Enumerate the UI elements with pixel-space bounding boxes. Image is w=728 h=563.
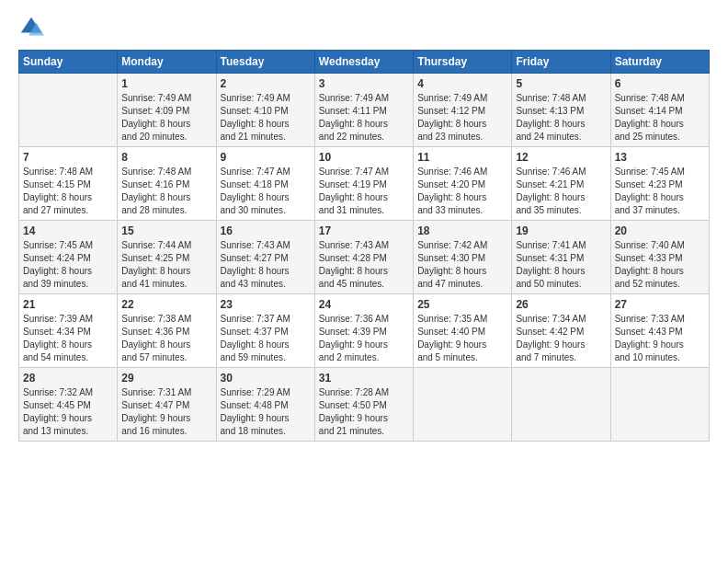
calendar-cell: 31Sunrise: 7:28 AM Sunset: 4:50 PM Dayli…: [314, 368, 413, 442]
calendar-cell: 8Sunrise: 7:48 AM Sunset: 4:16 PM Daylig…: [118, 147, 216, 221]
day-info: Sunrise: 7:39 AM Sunset: 4:34 PM Dayligh…: [23, 314, 93, 362]
day-number: 6: [615, 77, 705, 90]
day-number: 14: [23, 224, 113, 237]
day-number: 20: [615, 224, 705, 237]
day-info: Sunrise: 7:49 AM Sunset: 4:12 PM Dayligh…: [417, 93, 487, 142]
day-number: 28: [23, 372, 113, 385]
calendar-cell: 20Sunrise: 7:40 AM Sunset: 4:33 PM Dayli…: [610, 221, 709, 294]
week-row-2: 7Sunrise: 7:48 AM Sunset: 4:15 PM Daylig…: [19, 147, 710, 221]
week-row-4: 21Sunrise: 7:39 AM Sunset: 4:34 PM Dayli…: [19, 294, 710, 368]
header-day-saturday: Saturday: [610, 51, 709, 74]
day-number: 22: [121, 298, 211, 311]
calendar-cell: 22Sunrise: 7:38 AM Sunset: 4:36 PM Dayli…: [118, 294, 216, 368]
header-day-tuesday: Tuesday: [216, 51, 314, 74]
header-day-thursday: Thursday: [414, 51, 512, 74]
day-info: Sunrise: 7:40 AM Sunset: 4:33 PM Dayligh…: [615, 240, 685, 289]
calendar-cell: [610, 368, 709, 442]
day-info: Sunrise: 7:32 AM Sunset: 4:45 PM Dayligh…: [23, 387, 93, 436]
day-number: 16: [221, 224, 311, 237]
day-number: 5: [516, 77, 606, 90]
day-info: Sunrise: 7:35 AM Sunset: 4:40 PM Dayligh…: [417, 314, 487, 362]
day-info: Sunrise: 7:49 AM Sunset: 4:11 PM Dayligh…: [319, 93, 389, 142]
header-day-sunday: Sunday: [19, 51, 118, 74]
calendar-cell: 15Sunrise: 7:44 AM Sunset: 4:25 PM Dayli…: [118, 221, 216, 294]
calendar-cell: 27Sunrise: 7:33 AM Sunset: 4:43 PM Dayli…: [610, 294, 709, 368]
day-info: Sunrise: 7:46 AM Sunset: 4:20 PM Dayligh…: [417, 167, 487, 215]
calendar-cell: 12Sunrise: 7:46 AM Sunset: 4:21 PM Dayli…: [512, 147, 610, 221]
week-row-5: 28Sunrise: 7:32 AM Sunset: 4:45 PM Dayli…: [19, 368, 710, 442]
day-number: 30: [221, 372, 311, 385]
calendar-cell: 10Sunrise: 7:47 AM Sunset: 4:19 PM Dayli…: [314, 147, 413, 221]
calendar-cell: 16Sunrise: 7:43 AM Sunset: 4:27 PM Dayli…: [216, 221, 314, 294]
calendar-cell: 26Sunrise: 7:34 AM Sunset: 4:42 PM Dayli…: [512, 294, 610, 368]
calendar-header: SundayMondayTuesdayWednesdayThursdayFrid…: [19, 51, 710, 74]
calendar-cell: 28Sunrise: 7:32 AM Sunset: 4:45 PM Dayli…: [19, 368, 118, 442]
header: [18, 15, 710, 40]
calendar-cell: 19Sunrise: 7:41 AM Sunset: 4:31 PM Dayli…: [512, 221, 610, 294]
day-info: Sunrise: 7:42 AM Sunset: 4:30 PM Dayligh…: [417, 240, 487, 289]
day-number: 9: [221, 151, 311, 164]
day-info: Sunrise: 7:34 AM Sunset: 4:42 PM Dayligh…: [516, 314, 586, 362]
day-info: Sunrise: 7:49 AM Sunset: 4:09 PM Dayligh…: [121, 93, 191, 142]
calendar-cell: 7Sunrise: 7:48 AM Sunset: 4:15 PM Daylig…: [19, 147, 118, 221]
day-info: Sunrise: 7:45 AM Sunset: 4:24 PM Dayligh…: [23, 240, 93, 289]
calendar-cell: 29Sunrise: 7:31 AM Sunset: 4:47 PM Dayli…: [118, 368, 216, 442]
day-info: Sunrise: 7:47 AM Sunset: 4:18 PM Dayligh…: [221, 167, 290, 215]
day-number: 17: [319, 224, 409, 237]
day-info: Sunrise: 7:47 AM Sunset: 4:19 PM Dayligh…: [319, 167, 389, 215]
day-info: Sunrise: 7:31 AM Sunset: 4:47 PM Dayligh…: [121, 387, 191, 436]
calendar-table: SundayMondayTuesdayWednesdayThursdayFrid…: [18, 50, 710, 442]
day-number: 25: [417, 298, 507, 311]
day-info: Sunrise: 7:48 AM Sunset: 4:14 PM Dayligh…: [615, 93, 685, 142]
calendar-cell: 13Sunrise: 7:45 AM Sunset: 4:23 PM Dayli…: [610, 147, 709, 221]
day-info: Sunrise: 7:41 AM Sunset: 4:31 PM Dayligh…: [516, 240, 586, 289]
day-info: Sunrise: 7:48 AM Sunset: 4:15 PM Dayligh…: [23, 167, 93, 215]
calendar-cell: 18Sunrise: 7:42 AM Sunset: 4:30 PM Dayli…: [414, 221, 512, 294]
day-info: Sunrise: 7:38 AM Sunset: 4:36 PM Dayligh…: [121, 314, 191, 362]
day-number: 2: [221, 77, 311, 90]
calendar-cell: 9Sunrise: 7:47 AM Sunset: 4:18 PM Daylig…: [216, 147, 314, 221]
day-number: 23: [221, 298, 311, 311]
day-info: Sunrise: 7:36 AM Sunset: 4:39 PM Dayligh…: [319, 314, 389, 362]
day-number: 7: [23, 151, 113, 164]
header-day-monday: Monday: [118, 51, 216, 74]
day-info: Sunrise: 7:29 AM Sunset: 4:48 PM Dayligh…: [221, 387, 290, 436]
header-day-friday: Friday: [512, 51, 610, 74]
calendar-cell: 4Sunrise: 7:49 AM Sunset: 4:12 PM Daylig…: [414, 74, 512, 147]
calendar-cell: 6Sunrise: 7:48 AM Sunset: 4:14 PM Daylig…: [610, 74, 709, 147]
calendar-cell: 5Sunrise: 7:48 AM Sunset: 4:13 PM Daylig…: [512, 74, 610, 147]
day-info: Sunrise: 7:48 AM Sunset: 4:13 PM Dayligh…: [516, 93, 586, 142]
day-info: Sunrise: 7:45 AM Sunset: 4:23 PM Dayligh…: [615, 167, 685, 215]
calendar-cell: 2Sunrise: 7:49 AM Sunset: 4:10 PM Daylig…: [216, 74, 314, 147]
header-row: SundayMondayTuesdayWednesdayThursdayFrid…: [19, 51, 710, 74]
calendar-cell: 21Sunrise: 7:39 AM Sunset: 4:34 PM Dayli…: [19, 294, 118, 368]
day-number: 10: [319, 151, 409, 164]
day-number: 11: [417, 151, 507, 164]
day-info: Sunrise: 7:46 AM Sunset: 4:21 PM Dayligh…: [516, 167, 586, 215]
day-number: 3: [319, 77, 409, 90]
day-number: 21: [23, 298, 113, 311]
day-number: 1: [121, 77, 211, 90]
day-info: Sunrise: 7:44 AM Sunset: 4:25 PM Dayligh…: [121, 240, 191, 289]
day-number: 12: [516, 151, 606, 164]
calendar-cell: 14Sunrise: 7:45 AM Sunset: 4:24 PM Dayli…: [19, 221, 118, 294]
calendar-cell: 11Sunrise: 7:46 AM Sunset: 4:20 PM Dayli…: [414, 147, 512, 221]
day-number: 8: [121, 151, 211, 164]
logo: [18, 15, 48, 40]
calendar-cell: 3Sunrise: 7:49 AM Sunset: 4:11 PM Daylig…: [314, 74, 413, 147]
logo-icon: [18, 15, 44, 40]
day-number: 4: [417, 77, 507, 90]
day-info: Sunrise: 7:33 AM Sunset: 4:43 PM Dayligh…: [615, 314, 685, 362]
calendar-cell: [512, 368, 610, 442]
week-row-1: 1Sunrise: 7:49 AM Sunset: 4:09 PM Daylig…: [19, 74, 710, 147]
day-number: 27: [615, 298, 705, 311]
calendar-cell: 23Sunrise: 7:37 AM Sunset: 4:37 PM Dayli…: [216, 294, 314, 368]
day-info: Sunrise: 7:49 AM Sunset: 4:10 PM Dayligh…: [221, 93, 290, 142]
day-number: 19: [516, 224, 606, 237]
day-info: Sunrise: 7:28 AM Sunset: 4:50 PM Dayligh…: [319, 387, 389, 436]
day-info: Sunrise: 7:43 AM Sunset: 4:28 PM Dayligh…: [319, 240, 389, 289]
week-row-3: 14Sunrise: 7:45 AM Sunset: 4:24 PM Dayli…: [19, 221, 710, 294]
day-info: Sunrise: 7:37 AM Sunset: 4:37 PM Dayligh…: [221, 314, 290, 362]
calendar-cell: 24Sunrise: 7:36 AM Sunset: 4:39 PM Dayli…: [314, 294, 413, 368]
calendar-cell: [414, 368, 512, 442]
